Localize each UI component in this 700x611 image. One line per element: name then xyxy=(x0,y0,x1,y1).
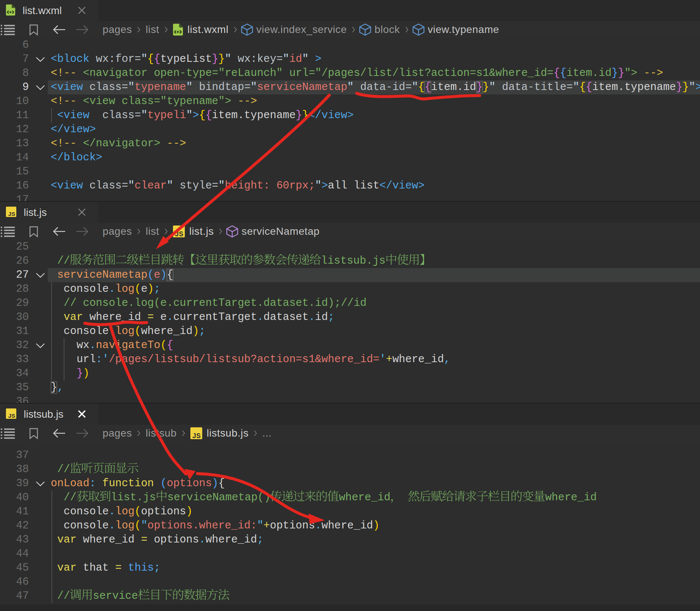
svg-text:JS: JS xyxy=(8,413,15,419)
svg-text:JS: JS xyxy=(8,211,15,217)
